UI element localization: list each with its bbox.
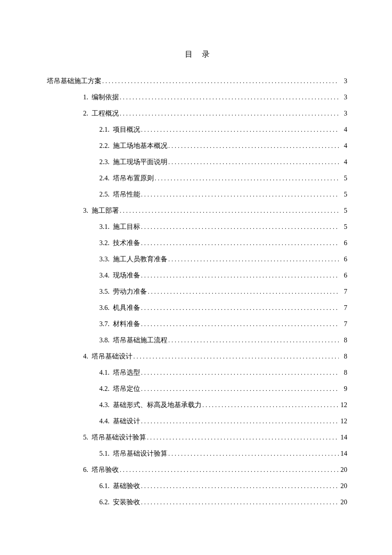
toc-entry-number: 6.2. [99,494,113,510]
toc-entry-number: 2.4. [99,170,113,186]
toc-entry[interactable]: 2.5.塔吊性能................................… [99,186,347,202]
toc-entry-label: 现场准备 [113,267,140,283]
toc-entry[interactable]: 3.6.机具准备................................… [99,300,347,316]
toc-leader-dots: ........................................… [167,251,339,268]
toc-entry[interactable]: 5.1.塔吊基础设计验算............................… [99,445,347,462]
toc-entry-number: 3.3. [99,251,113,267]
toc-leader-dots: ........................................… [167,446,339,462]
toc-entry-label: 施工现场平面说明 [113,154,167,170]
toc-leader-dots: ........................................… [119,462,339,478]
toc-entry[interactable]: 3.1.施工目标................................… [99,219,347,235]
toc-entry[interactable]: 塔吊基础施工方案................................… [47,73,347,89]
toc-leader-dots: ........................................… [154,171,339,187]
toc-entry[interactable]: 6.2.安装验收................................… [99,494,347,510]
toc-entry-label: 工程概况 [92,105,119,121]
toc-entry-label: 塔吊布置原则 [113,170,154,186]
toc-entry-label: 塔吊基础施工流程 [113,332,167,348]
toc-leader-dots: ........................................… [133,349,339,365]
toc-entry-page: 3 [339,105,347,121]
toc-entry[interactable]: 3.3.施工人员教育准备............................… [99,251,347,267]
toc-entry-page: 8 [339,364,347,381]
toc-entry[interactable]: 2.1.项目概况................................… [99,121,347,138]
toc-entry[interactable]: 4.4.基础设计................................… [99,413,347,429]
toc-entry-page: 14 [339,429,347,445]
toc-entry[interactable]: 6.塔吊验收..................................… [83,462,347,478]
toc-entry[interactable]: 3.5.劳动力准备...............................… [99,283,347,300]
toc-leader-dots: ........................................… [140,235,339,251]
toc-entry-page: 5 [339,186,347,202]
toc-entry-page: 7 [339,300,347,316]
toc-entry[interactable]: 4.1.塔吊选型................................… [99,364,347,381]
toc-entry-page: 12 [339,397,347,413]
toc-entry-label: 施工场地基本概况 [113,138,167,154]
toc-entry[interactable]: 2.3.施工现场平面说明............................… [99,154,347,170]
toc-leader-dots: ........................................… [167,154,339,171]
toc-entry[interactable]: 3.7.材料准备................................… [99,316,347,332]
toc-entry-number: 3. [83,202,92,219]
toc-entry[interactable]: 4.3.基础形式、标高及地基承载力.......................… [99,397,347,413]
toc-entry-page: 3 [339,89,347,105]
toc-entry-page: 20 [339,462,347,478]
toc-leader-dots: ........................................… [140,187,339,203]
toc-entry-page: 3 [339,73,347,89]
toc-entry-label: 塔吊基础设计验算 [92,429,146,445]
toc-entry-label: 技术准备 [113,235,140,251]
toc-leader-dots: ........................................… [146,430,339,446]
toc-leader-dots: ........................................… [140,219,339,235]
toc-entry[interactable]: 3.2.技术准备................................… [99,235,347,251]
toc-leader-dots: ........................................… [119,90,339,106]
toc-entry-page: 4 [339,121,347,138]
toc-entry[interactable]: 6.1.基础验收................................… [99,478,347,494]
toc-leader-dots: ........................................… [167,332,339,349]
toc-entry-label: 塔吊基础设计验算 [113,445,167,462]
toc-leader-dots: ........................................… [147,284,339,300]
toc-entry-number: 2.5. [99,186,113,202]
toc-entry-number: 3.6. [99,300,113,316]
toc-entry[interactable]: 3.8.塔吊基础施工流程............................… [99,332,347,348]
toc-entry-page: 9 [339,381,347,397]
toc-entry-page: 6 [339,251,347,267]
toc-entry-page: 8 [339,332,347,348]
toc-entry[interactable]: 3.4.现场准备................................… [99,267,347,283]
toc-entry[interactable]: 2.4.塔吊布置原则..............................… [99,170,347,186]
toc-entry-page: 6 [339,267,347,283]
toc-list: 塔吊基础施工方案................................… [47,73,347,510]
toc-entry-page: 5 [339,170,347,186]
document-page: 目录 塔吊基础施工方案.............................… [0,0,392,555]
toc-entry[interactable]: 2.工程概况..................................… [83,105,347,121]
toc-entry-page: 20 [339,478,347,494]
toc-entry[interactable]: 5.塔吊基础设计验算..............................… [83,429,347,445]
toc-entry-number: 2.2. [99,138,113,154]
toc-entry[interactable]: 4.2.塔吊定位................................… [99,381,347,397]
toc-entry-label: 基础形式、标高及地基承载力 [113,397,202,413]
toc-entry[interactable]: 3.施工部署..................................… [83,202,347,219]
toc-entry-label: 材料准备 [113,316,140,332]
toc-leader-dots: ........................................… [140,268,339,284]
toc-entry-label: 编制依据 [92,89,119,105]
toc-entry-number: 4.3. [99,397,113,413]
toc-entry[interactable]: 2.2.施工场地基本概况............................… [99,138,347,154]
toc-entry-page: 5 [339,219,347,235]
toc-leader-dots: ........................................… [140,478,339,494]
toc-entry-label: 塔吊定位 [113,381,140,397]
toc-entry-number: 2.1. [99,121,113,138]
toc-entry-label: 塔吊选型 [113,364,140,381]
toc-entry-number: 1. [83,89,92,105]
toc-entry[interactable]: 4.塔吊基础设计................................… [83,348,347,364]
toc-leader-dots: ........................................… [140,365,339,381]
toc-entry-page: 8 [339,348,347,364]
toc-entry-label: 塔吊基础设计 [92,348,133,364]
toc-entry[interactable]: 1.编制依据..................................… [83,89,347,105]
toc-entry-number: 4. [83,348,92,364]
toc-leader-dots: ........................................… [119,106,339,122]
toc-entry-label: 基础验收 [113,478,140,494]
toc-entry-number: 4.2. [99,381,113,397]
toc-leader-dots: ........................................… [119,203,339,219]
toc-entry-number: 2.3. [99,154,113,170]
toc-entry-label: 基础设计 [113,413,140,429]
toc-leader-dots: ........................................… [140,316,339,332]
toc-entry-number: 5.1. [99,445,113,462]
toc-entry-number: 4.4. [99,413,113,429]
toc-leader-dots: ........................................… [140,381,339,397]
toc-entry-page: 7 [339,283,347,300]
